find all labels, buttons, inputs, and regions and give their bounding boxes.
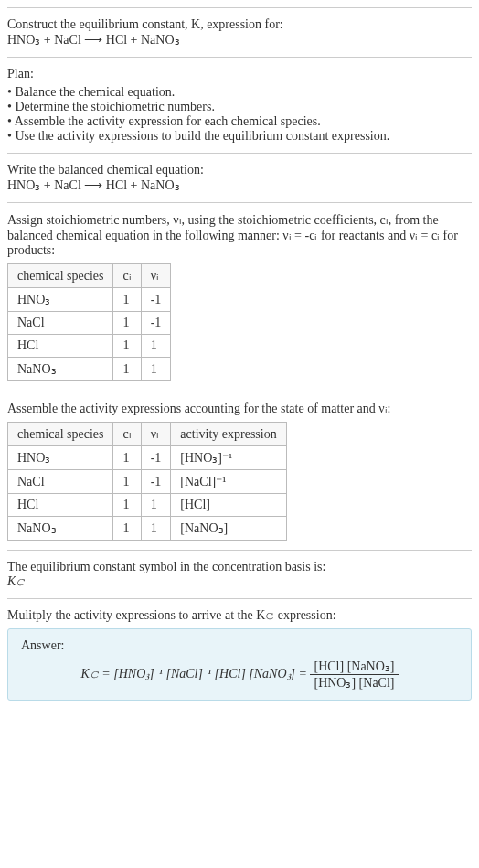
cell: 1 xyxy=(141,494,171,517)
cell: 1 xyxy=(113,358,141,381)
symbol-line1: The equilibrium constant symbol in the c… xyxy=(7,560,472,574)
cell: NaCl xyxy=(8,312,113,335)
stoich-intro: Assign stoichiometric numbers, νᵢ, using… xyxy=(7,212,472,258)
cell: [HCl] xyxy=(171,494,286,517)
cell: 1 xyxy=(113,312,141,335)
cell: 1 xyxy=(141,358,171,381)
answer-lhs: K𝚌 = [HNO₃]⁻¹ [NaCl]⁻¹ [HCl] [NaNO₃] = xyxy=(81,667,311,680)
cell: -1 xyxy=(141,288,171,312)
table-header-row: chemical species cᵢ νᵢ xyxy=(8,264,171,288)
cell: 1 xyxy=(113,446,141,470)
table-row: NaCl 1 -1 xyxy=(8,312,171,335)
table-row: NaCl 1 -1 [NaCl]⁻¹ xyxy=(8,470,287,494)
table-row: NaNO₃ 1 1 [NaNO₃] xyxy=(8,517,287,541)
header-equation: HNO₃ + NaCl ⟶ HCl + NaNO₃ xyxy=(7,32,472,48)
table-row: NaNO₃ 1 1 xyxy=(8,358,171,381)
cell: HCl xyxy=(8,335,113,358)
col-header: νᵢ xyxy=(141,264,171,288)
cell: -1 xyxy=(141,312,171,335)
cell: [NaCl]⁻¹ xyxy=(171,470,286,494)
header-section: Construct the equilibrium constant, K, e… xyxy=(7,7,472,57)
cell: NaNO₃ xyxy=(8,517,113,541)
prompt-text: Construct the equilibrium constant, K, e… xyxy=(7,17,472,32)
col-header: cᵢ xyxy=(113,423,141,446)
balanced-section: Write the balanced chemical equation: HN… xyxy=(7,153,472,202)
symbol-section: The equilibrium constant symbol in the c… xyxy=(7,550,472,598)
cell: 1 xyxy=(113,517,141,541)
cell: [HNO₃]⁻¹ xyxy=(171,446,286,470)
cell: NaCl xyxy=(8,470,113,494)
cell: -1 xyxy=(141,446,171,470)
col-header: activity expression xyxy=(171,423,286,446)
plan-title: Plan: xyxy=(7,67,472,81)
answer-label: Answer: xyxy=(21,638,458,653)
activity-intro: Assemble the activity expressions accoun… xyxy=(7,401,472,416)
col-header: νᵢ xyxy=(141,423,171,446)
col-header: chemical species xyxy=(8,264,113,288)
table-row: HCl 1 1 [HCl] xyxy=(8,494,287,517)
plan-item: Balance the chemical equation. xyxy=(7,85,472,100)
answer-expression: K𝚌 = [HNO₃]⁻¹ [NaCl]⁻¹ [HCl] [NaNO₃] = [… xyxy=(21,659,458,691)
cell: 1 xyxy=(113,335,141,358)
fraction-numerator: [HCl] [NaNO₃] xyxy=(310,659,398,675)
table-row: HCl 1 1 xyxy=(8,335,171,358)
balanced-equation: HNO₃ + NaCl ⟶ HCl + NaNO₃ xyxy=(7,177,472,193)
col-header: cᵢ xyxy=(113,264,141,288)
balanced-intro: Write the balanced chemical equation: xyxy=(7,163,472,177)
cell: HNO₃ xyxy=(8,288,113,312)
answer-box: Answer: K𝚌 = [HNO₃]⁻¹ [NaCl]⁻¹ [HCl] [Na… xyxy=(7,628,472,701)
prompt-line1: Construct the equilibrium constant, K, e… xyxy=(7,17,283,31)
fraction-denominator: [HNO₃] [NaCl] xyxy=(310,675,398,691)
table-header-row: chemical species cᵢ νᵢ activity expressi… xyxy=(8,423,287,446)
cell: [NaNO₃] xyxy=(171,517,286,541)
plan-section: Plan: Balance the chemical equation. Det… xyxy=(7,57,472,153)
answer-fraction: [HCl] [NaNO₃] [HNO₃] [NaCl] xyxy=(310,659,398,691)
plan-item: Assemble the activity expression for eac… xyxy=(7,114,472,129)
symbol-line2: K𝚌 xyxy=(7,574,472,589)
plan-item: Use the activity expressions to build th… xyxy=(7,129,472,144)
cell: 1 xyxy=(141,335,171,358)
plan-list: Balance the chemical equation. Determine… xyxy=(7,85,472,144)
stoich-section: Assign stoichiometric numbers, νᵢ, using… xyxy=(7,202,472,391)
activity-table: chemical species cᵢ νᵢ activity expressi… xyxy=(7,422,287,541)
col-header: chemical species xyxy=(8,423,113,446)
table-row: HNO₃ 1 -1 xyxy=(8,288,171,312)
plan-item: Determine the stoichiometric numbers. xyxy=(7,100,472,114)
cell: HNO₃ xyxy=(8,446,113,470)
cell: NaNO₃ xyxy=(8,358,113,381)
cell: 1 xyxy=(113,288,141,312)
cell: -1 xyxy=(141,470,171,494)
cell: 1 xyxy=(141,517,171,541)
stoich-table: chemical species cᵢ νᵢ HNO₃ 1 -1 NaCl 1 … xyxy=(7,263,171,381)
cell: 1 xyxy=(113,494,141,517)
table-row: HNO₃ 1 -1 [HNO₃]⁻¹ xyxy=(8,446,287,470)
multiply-intro: Mulitply the activity expressions to arr… xyxy=(7,608,472,623)
activity-section: Assemble the activity expressions accoun… xyxy=(7,391,472,550)
cell: HCl xyxy=(8,494,113,517)
multiply-section: Mulitply the activity expressions to arr… xyxy=(7,598,472,710)
cell: 1 xyxy=(113,470,141,494)
